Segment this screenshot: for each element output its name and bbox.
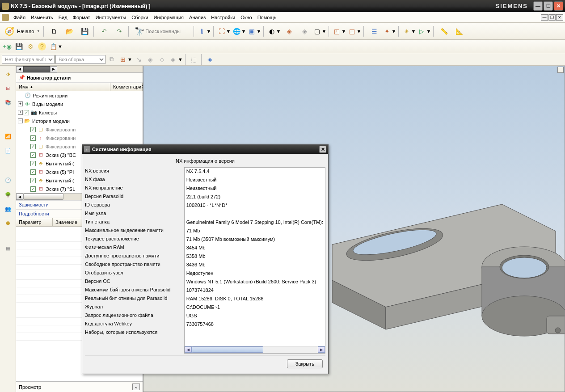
render-button[interactable]: ◐▼	[267, 24, 281, 38]
viewport-corner-button[interactable]	[557, 67, 564, 73]
sb-roles[interactable]: 👥	[2, 202, 14, 215]
wcs2-button[interactable]: ▷▼	[417, 24, 431, 38]
help-button[interactable]: ?	[37, 41, 47, 52]
checkbox[interactable]: ✓	[30, 169, 36, 175]
tree-scroll-left[interactable]: ◀	[16, 194, 23, 200]
doc-close-button[interactable]: ✕	[556, 14, 563, 21]
expand-icon[interactable]: +	[18, 101, 23, 106]
shade-dropdown[interactable]: ▣▼	[247, 24, 261, 38]
orient1-button[interactable]: ◳▼	[332, 24, 346, 38]
dlg-scroll-left[interactable]: ◀	[185, 346, 192, 353]
checkbox[interactable]: ✓	[30, 127, 36, 132]
menu-edit[interactable]: Изменить	[28, 14, 56, 21]
menu-assemblies[interactable]: Сборки	[129, 14, 151, 21]
menu-information[interactable]: Информация	[151, 14, 186, 21]
clip-button[interactable]: 📋▼	[48, 41, 63, 52]
checkbox[interactable]: ✓	[30, 144, 36, 149]
col-param[interactable]: Параметр	[16, 218, 53, 226]
checkbox[interactable]: ✓	[30, 135, 36, 141]
save2-button[interactable]: 💾	[13, 41, 24, 52]
sb-book[interactable]: 📚	[2, 96, 14, 109]
preview-toggle[interactable]: ⌄	[132, 384, 140, 390]
ftb5[interactable]: ◇	[157, 54, 168, 65]
new-button[interactable]: 🗋	[47, 24, 61, 38]
col-name[interactable]: Имя▲	[16, 83, 110, 91]
checkbox[interactable]: ✓	[30, 161, 36, 166]
doc-restore-button[interactable]: ❐	[548, 14, 556, 21]
tree-fixed1[interactable]: ✓▢Фиксированн	[16, 125, 143, 134]
orient2-button[interactable]: ◲▼	[347, 24, 362, 38]
tree-scroll-thumb[interactable]	[23, 194, 63, 200]
minimize-button[interactable]: —	[533, 1, 543, 11]
tree-cameras[interactable]: +✓📷Камеры	[16, 108, 143, 117]
box1-button[interactable]: ◈	[282, 24, 296, 38]
sb-sys[interactable]: ⬣	[2, 217, 14, 229]
box2-button[interactable]: ◈	[297, 24, 312, 38]
ftb3[interactable]: ↘	[134, 54, 144, 65]
doc-minimize-button[interactable]: —	[541, 14, 548, 21]
sb-asm[interactable]: ⊞	[2, 82, 14, 94]
checkbox[interactable]: ✓	[30, 152, 36, 158]
maximize-button[interactable]: ☐	[544, 1, 553, 11]
scroll-thumb[interactable]	[23, 66, 50, 72]
sb-nav[interactable]: ⬗	[2, 67, 14, 80]
dialog-close-btn[interactable]: Закрыть	[287, 359, 323, 368]
tree-model-views[interactable]: +👁Виды модели	[16, 100, 143, 108]
scroll-right-button[interactable]: ▶	[50, 66, 57, 72]
zoom-button[interactable]: 🌐▼	[232, 24, 246, 38]
menu-view[interactable]: Вид	[56, 14, 70, 21]
ftb4[interactable]: ◈	[145, 54, 156, 65]
open-button[interactable]: 📂	[62, 24, 76, 38]
menu-help[interactable]: Помощь	[255, 14, 279, 21]
dialog-values[interactable]: NX 7.5.4.4 Неизвестный Неизвестный 22.1 …	[184, 167, 325, 354]
assembly-select[interactable]: Вся сборка	[55, 55, 105, 64]
menu-analysis[interactable]: Анализ	[186, 14, 208, 21]
command-finder[interactable]: 🔭	[132, 25, 192, 38]
scroll-left-button[interactable]: ◀	[16, 66, 23, 72]
fit-button[interactable]: ⛶▼	[217, 24, 231, 38]
sb-tree[interactable]: 🌳	[2, 188, 14, 201]
menu-format[interactable]: Формат	[70, 14, 93, 21]
tree-model-history[interactable]: −📂История модели	[16, 117, 143, 125]
undo-button[interactable]: ↶	[97, 24, 111, 38]
dlg-scroll-right[interactable]: ▶	[318, 346, 325, 353]
dialog-titlebar[interactable]: ↔ Системная информация ✕	[82, 145, 328, 154]
ftb1[interactable]: ⧉	[106, 54, 117, 65]
tree-fixed2[interactable]: ✓↑Фиксированн	[16, 134, 143, 142]
checkbox[interactable]: ✓	[30, 186, 36, 192]
sb-history[interactable]: 🕐	[2, 174, 14, 186]
web-button[interactable]: +◉	[2, 41, 13, 52]
layer2-button[interactable]: ✦▼	[382, 24, 396, 38]
measure-button[interactable]: 📏	[437, 24, 451, 38]
menu-window[interactable]: Окно	[238, 14, 255, 21]
wcs-button[interactable]: ✴▼	[402, 24, 416, 38]
command-search-input[interactable]	[145, 27, 190, 36]
measure2-button[interactable]: 📐	[452, 24, 466, 38]
save-button[interactable]: 💾	[77, 24, 92, 38]
tree-history-mode[interactable]: 🕐Режим истории	[16, 91, 143, 100]
checkbox[interactable]: ✓	[24, 110, 29, 115]
menu-file[interactable]: Файл	[11, 14, 28, 21]
ftb2[interactable]: ⊞▼	[118, 54, 133, 65]
menu-tools[interactable]: Инструменты	[93, 14, 129, 21]
menu-preferences[interactable]: Настройки	[208, 14, 238, 21]
layer-button[interactable]: ☰	[367, 24, 381, 38]
sb-doc[interactable]: 📄	[2, 144, 14, 157]
col-comment[interactable]: Комментарий	[110, 83, 143, 91]
checkbox[interactable]: ✓	[30, 178, 36, 183]
sb-connect[interactable]: 📶	[2, 130, 14, 143]
start-dropdown[interactable]: 🧭 Начало ▼	[2, 25, 42, 38]
ftb8[interactable]: ◈	[205, 54, 215, 65]
dlg-scroll-thumb[interactable]	[192, 346, 263, 353]
ftb6[interactable]: ◈▼	[169, 54, 183, 65]
close-button[interactable]: ✕	[554, 1, 563, 11]
sb-last[interactable]: ▦	[2, 242, 14, 254]
ftb7[interactable]: ⬚	[189, 54, 199, 65]
rect-button[interactable]: ▢▼	[312, 24, 327, 38]
info-dropdown-button[interactable]: ℹ▼	[197, 24, 211, 38]
dialog-close-button[interactable]: ✕	[319, 146, 326, 153]
redo-button[interactable]: ↷	[112, 24, 126, 38]
collapse-icon[interactable]: −	[18, 118, 23, 123]
expand-icon[interactable]: +	[18, 110, 23, 115]
filter-select[interactable]: Нет фильтра выбо	[2, 55, 55, 64]
